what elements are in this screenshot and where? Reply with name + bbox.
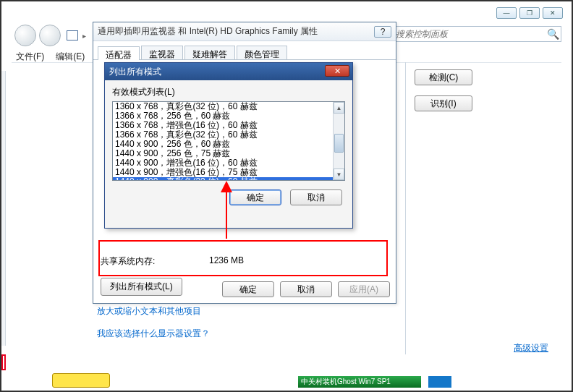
properties-apply-button[interactable]: 应用(A) xyxy=(338,281,390,297)
display-icon xyxy=(67,30,78,41)
search-input[interactable] xyxy=(391,29,545,39)
list-all-modes-dialog: 列出所有模式 ✕ 有效模式列表(L) 1360 x 768，真彩色(32 位)，… xyxy=(104,62,353,229)
mode-option[interactable]: 1440 x 900，真彩色(32 位)，60 赫兹 xyxy=(113,177,344,181)
breadcrumb-arrow-icon: ▸ xyxy=(82,32,86,40)
modes-scrollbar[interactable]: ▲ ▼ xyxy=(333,102,344,180)
menu-edit[interactable]: 编辑(E) xyxy=(56,51,85,63)
resize-text-link[interactable]: 放大或缩小文本和其他项目 xyxy=(97,305,210,318)
taskbar-yellow-stub xyxy=(52,373,110,388)
taskbar-green-stub: 中关村装机Ghost Win7 SP1 xyxy=(298,376,421,388)
modes-ok-button[interactable]: 确定 xyxy=(229,189,281,205)
dialog-help-button[interactable]: ? xyxy=(374,26,391,38)
tab-color-management[interactable]: 颜色管理 xyxy=(237,46,287,59)
menu-file[interactable]: 文件(F) xyxy=(16,51,44,63)
nav-back-button[interactable] xyxy=(14,25,36,46)
shared-memory-value: 1236 MB xyxy=(209,255,244,268)
modes-cancel-button[interactable]: 取消 xyxy=(290,189,342,205)
minimize-button[interactable]: — xyxy=(496,7,517,19)
tab-troubleshoot[interactable]: 疑难解答 xyxy=(184,46,235,59)
modes-dialog-title: 列出所有模式 xyxy=(109,66,161,78)
properties-ok-button[interactable]: 确定 xyxy=(222,281,274,297)
scroll-thumb[interactable] xyxy=(334,134,344,153)
search-icon[interactable]: 🔍 xyxy=(545,28,561,40)
properties-cancel-button[interactable]: 取消 xyxy=(280,281,332,297)
list-all-modes-button[interactable]: 列出所有模式(L) xyxy=(101,278,182,296)
scroll-up-arrow-icon[interactable]: ▲ xyxy=(334,102,344,114)
tab-monitor[interactable]: 监视器 xyxy=(141,46,183,59)
shared-memory-label: 共享系统内存: xyxy=(101,255,209,268)
which-display-settings-link[interactable]: 我应该选择什么显示器设置？ xyxy=(97,328,210,340)
maximize-button[interactable]: ❐ xyxy=(519,7,540,19)
side-red-stub xyxy=(1,354,6,370)
taskbar-blue-stub xyxy=(428,376,451,388)
side-panel-stub xyxy=(1,71,6,346)
identify-button[interactable]: 识别(I) xyxy=(415,95,472,111)
close-button[interactable]: ✕ xyxy=(543,7,563,19)
modes-list-label: 有效模式列表(L) xyxy=(112,86,345,98)
properties-title: 通用即插即用监视器 和 Intel(R) HD Graphics Family … xyxy=(98,25,318,38)
advanced-settings-link[interactable]: 高级设置 xyxy=(514,342,548,354)
tab-adapter[interactable]: 适配器 xyxy=(98,46,140,60)
modes-listbox[interactable]: 1360 x 768，真彩色(32 位)，60 赫兹1366 x 768，256… xyxy=(112,101,345,181)
modes-dialog-close-button[interactable]: ✕ xyxy=(325,65,349,77)
search-box[interactable]: 🔍 xyxy=(391,26,561,42)
scroll-down-arrow-icon[interactable]: ▼ xyxy=(334,169,344,180)
nav-forward-button[interactable] xyxy=(39,25,61,46)
detect-button[interactable]: 检测(C) xyxy=(415,69,472,85)
